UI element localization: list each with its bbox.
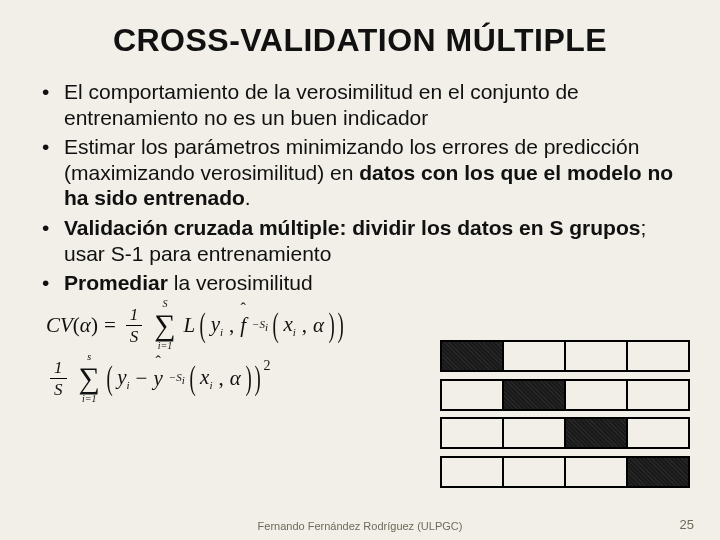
f2-yi-sub: i	[127, 379, 130, 391]
f1-x: x	[283, 312, 292, 336]
sigma-icon: ∑ S i=1	[154, 308, 175, 342]
f2-alpha: α	[230, 366, 241, 391]
cv-fold-diagram	[440, 334, 690, 494]
bullet-1-text: El comportamiento de la verosimilitud en…	[64, 80, 579, 129]
f2-yhat-sup-i: i	[182, 374, 185, 386]
bullet-3: Validación cruzada múltiple: dividir los…	[42, 215, 678, 266]
cv-cell-test	[442, 342, 504, 370]
f1-y: y	[211, 312, 220, 336]
bullet-2-text-c: .	[245, 186, 251, 209]
f2-yhat-sup: −S	[169, 371, 182, 383]
cv-row	[440, 456, 690, 488]
cv-cell-train	[504, 342, 566, 370]
f1-yi-sub: i	[220, 326, 223, 338]
page-number: 25	[680, 517, 694, 532]
f2-sq: 2	[263, 358, 270, 374]
f2-sum-top: s	[87, 351, 91, 362]
f1-L: L	[184, 313, 196, 338]
f1-sum-top: S	[162, 298, 167, 309]
cv-cell-train	[442, 458, 504, 486]
f1-fhat-sup: −S	[252, 318, 265, 330]
f1-c2: ,	[302, 313, 307, 338]
cv-cell-train	[628, 381, 688, 409]
footer-author: Fernando Fernández Rodríguez (ULPGC)	[0, 520, 720, 532]
cv-cell-train	[504, 419, 566, 447]
cv-row	[440, 340, 690, 372]
f1-fhat-sup-i: i	[265, 321, 268, 333]
f1-alpha: α	[80, 313, 91, 337]
f1-c1: ,	[229, 313, 234, 338]
cv-cell-test	[628, 458, 688, 486]
bullet-3-text-a: Validación cruzada múltiple: dividir los…	[64, 216, 640, 239]
f2-minus: −	[136, 366, 148, 391]
f2-sum-bot: i=1	[82, 393, 97, 404]
f2-den: S	[50, 381, 67, 398]
cv-cell-test	[504, 381, 566, 409]
slide-title: CROSS-VALIDATION MÚLTIPLE	[42, 22, 678, 59]
cv-cell-train	[566, 381, 628, 409]
bullet-4-text-a: Promediar	[64, 271, 168, 294]
f1-fhat: f	[240, 313, 246, 337]
cv-cell-test	[566, 419, 628, 447]
f2-y: y	[117, 365, 126, 389]
cv-row	[440, 379, 690, 411]
bullet-4-text-b: la verosimilitud	[168, 271, 313, 294]
bullet-1: El comportamiento de la verosimilitud en…	[42, 79, 678, 130]
cv-cell-train	[442, 419, 504, 447]
cv-cell-train	[566, 458, 628, 486]
cv-cell-train	[504, 458, 566, 486]
f2-num: 1	[50, 359, 67, 376]
f1-eq: =	[104, 313, 116, 338]
f2-yhat: y	[153, 366, 162, 390]
f1-den: S	[126, 328, 143, 345]
sigma-icon: ∑ s i=1	[79, 361, 100, 395]
bullet-list: El comportamiento de la verosimilitud en…	[42, 79, 678, 296]
f1-sum-bot: i=1	[158, 340, 173, 351]
cv-row	[440, 417, 690, 449]
cv-cell-train	[628, 419, 688, 447]
cv-cell-train	[566, 342, 628, 370]
cv-cell-train	[628, 342, 688, 370]
cv-cell-train	[442, 381, 504, 409]
f1-alpha2: α	[313, 313, 324, 338]
bullet-2: Estimar los parámetros minimizando los e…	[42, 134, 678, 211]
f1-num: 1	[126, 306, 143, 323]
f1-lhs: CV	[46, 313, 73, 337]
f1-xi-sub: i	[293, 326, 296, 338]
bullet-4: Promediar la verosimilitud	[42, 270, 678, 296]
f2-xi-sub: i	[209, 379, 212, 391]
